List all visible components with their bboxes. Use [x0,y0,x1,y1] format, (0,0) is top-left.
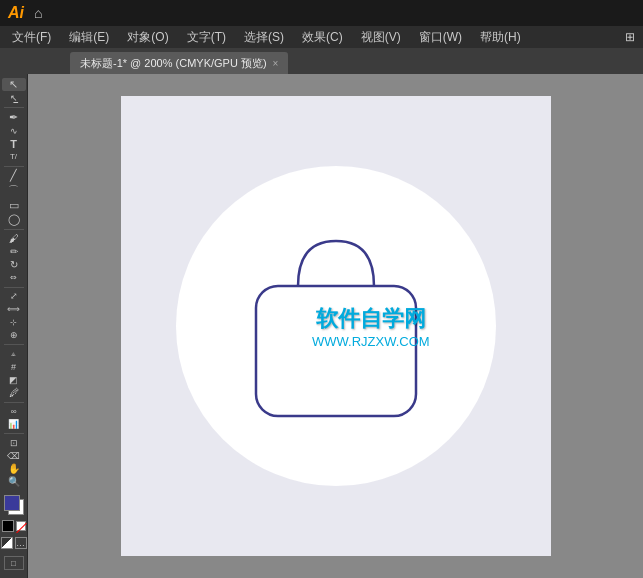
pencil-icon: ✏ [10,246,18,257]
menu-effect[interactable]: 效果(C) [294,27,351,48]
none-slash [16,523,27,534]
more-icon[interactable]: … [15,537,27,549]
view-options-icon[interactable]: ⊞ [625,30,639,44]
zoom-tool[interactable]: 🔍 [2,476,26,488]
type-tool[interactable]: T [2,138,26,150]
curvature-icon: ∿ [10,126,18,136]
ellipse-tool[interactable]: ◯ [2,213,26,226]
rectangle-icon: ▭ [9,199,19,212]
hand-tool[interactable]: ✋ [2,463,26,475]
menu-file[interactable]: 文件(F) [4,27,59,48]
menu-object[interactable]: 对象(O) [119,27,176,48]
paintbrush-tool[interactable]: 🖌 [2,233,26,245]
scale-icon: ⤢ [10,291,18,301]
gradient-tool[interactable]: ◩ [2,374,26,386]
tab-close-button[interactable]: × [273,58,279,69]
type-icon: T [10,138,17,150]
left-toolbar: ↖ ↖̲ ✒ ∿ T T/ ╱ ⌒ ▭ ◯ [0,74,28,578]
document-tab[interactable]: 未标题-1* @ 200% (CMYK/GPU 预览) × [70,52,288,74]
slice-icon: ⊡ [10,438,18,448]
reflect-tool[interactable]: ⇔ [2,272,26,284]
bag-svg [236,221,436,431]
shape-builder-tool[interactable]: ⊕ [2,329,26,341]
canvas-area[interactable]: 软件自学网 WWW.RJZXW.COM [28,74,643,578]
extra-swatches: … [1,537,27,549]
touch-type-tool[interactable]: T/ [2,151,26,163]
artboard-background: 软件自学网 WWW.RJZXW.COM [121,96,551,556]
line-tool[interactable]: ╱ [2,169,26,182]
pencil-tool[interactable]: ✏ [2,246,26,258]
foreground-color-swatch[interactable] [4,495,20,511]
normal-mode-btn[interactable]: □ [4,556,24,570]
arc-tool[interactable]: ⌒ [2,183,26,198]
eraser-icon: ⌫ [7,451,20,461]
perspective-tool[interactable]: ⟁ [2,348,26,360]
menu-bar: 文件(F) 编辑(E) 对象(O) 文字(T) 选择(S) 效果(C) 视图(V… [0,26,643,48]
curvature-tool[interactable]: ∿ [2,125,26,137]
free-transform-icon: ⊹ [10,318,17,327]
width-icon: ⟺ [7,304,20,314]
mesh-icon: # [11,362,16,372]
app-icon-home: ⌂ [34,5,42,21]
gradient-swatch[interactable] [1,537,13,549]
scale-tool[interactable]: ⤢ [2,290,26,302]
menu-view[interactable]: 视图(V) [353,27,409,48]
menu-text[interactable]: 文字(T) [179,27,234,48]
rectangle-tool[interactable]: ▭ [2,199,26,212]
hand-icon: ✋ [8,463,20,474]
reflect-icon: ⇔ [10,273,17,282]
separator-4 [4,287,24,288]
eyedropper-tool[interactable]: 🖉 [2,387,26,399]
none-swatch[interactable] [16,521,26,531]
pen-tool[interactable]: ✒ [2,111,26,124]
app-logo: Ai [8,4,24,22]
zoom-icon: 🔍 [8,476,20,487]
tab-label: 未标题-1* @ 200% (CMYK/GPU 预览) [80,56,267,71]
separator-5 [4,344,24,345]
bag-illustration [236,221,436,431]
color-mode-row [2,520,26,532]
selection-icon: ↖ [9,78,18,91]
mesh-tool[interactable]: # [2,361,26,373]
eraser-tool[interactable]: ⌫ [2,450,26,462]
line-icon: ╱ [10,169,17,182]
ellipse-icon: ◯ [8,213,20,226]
menu-help[interactable]: 帮助(H) [472,27,529,48]
blend-tool[interactable]: ∞ [2,405,26,417]
direct-selection-icon: ↖̲ [10,93,18,103]
pen-icon: ✒ [9,111,18,124]
stroke-swatch[interactable] [2,520,14,532]
column-graph-tool[interactable]: 📊 [2,418,26,430]
selection-tool[interactable]: ↖ [2,78,26,91]
separator-3 [4,229,24,230]
width-tool[interactable]: ⟺ [2,303,26,315]
separator-1 [4,107,24,108]
color-area: … □ [0,489,28,574]
free-transform-tool[interactable]: ⊹ [2,316,26,328]
tab-bar: 未标题-1* @ 200% (CMYK/GPU 预览) × [0,48,643,74]
menu-edit[interactable]: 编辑(E) [61,27,117,48]
column-graph-icon: 📊 [8,419,19,429]
separator-6 [4,402,24,403]
direct-selection-tool[interactable]: ↖̲ [2,92,26,104]
shape-builder-icon: ⊕ [10,330,18,340]
menu-select[interactable]: 选择(S) [236,27,292,48]
rotate-icon: ↻ [10,259,18,270]
separator-2 [4,166,24,167]
paintbrush-icon: 🖌 [9,233,19,244]
menu-window[interactable]: 窗口(W) [411,27,470,48]
drawing-modes: □ [4,556,24,570]
title-bar: Ai ⌂ [0,0,643,26]
svg-rect-0 [256,286,416,416]
rotate-tool[interactable]: ↻ [2,259,26,271]
blend-icon: ∞ [11,407,17,416]
perspective-icon: ⟁ [11,349,16,358]
touch-type-icon: T/ [10,152,17,161]
gradient-icon: ◩ [9,375,18,385]
main-layout: ↖ ↖̲ ✒ ∿ T T/ ╱ ⌒ ▭ ◯ [0,74,643,578]
slice-tool[interactable]: ⊡ [2,437,26,449]
eyedropper-icon: 🖉 [9,387,19,398]
color-swatches[interactable] [2,493,26,517]
arc-icon: ⌒ [8,183,19,198]
separator-7 [4,433,24,434]
